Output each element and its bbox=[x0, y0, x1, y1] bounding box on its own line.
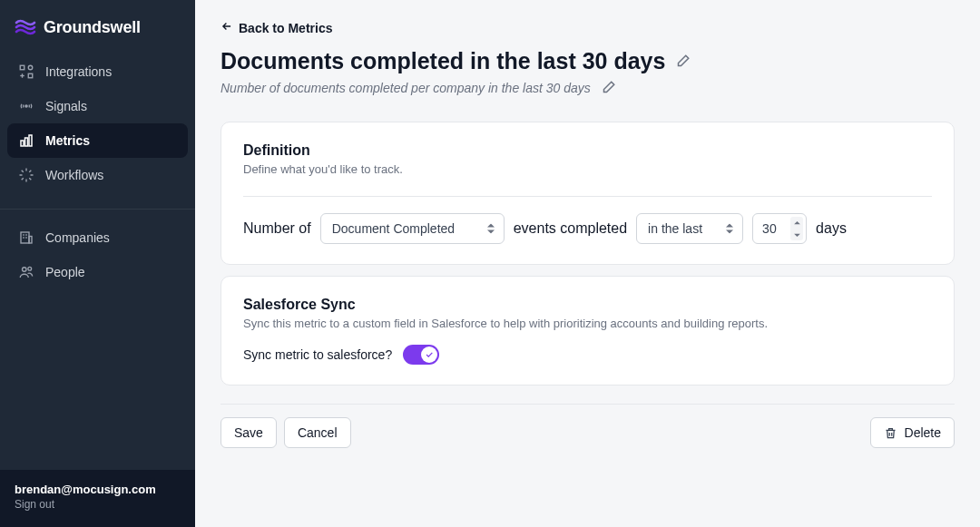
def-middle: events completed bbox=[514, 220, 627, 237]
back-to-metrics-link[interactable]: Back to Metrics bbox=[220, 20, 955, 35]
sidebar-item-label: Signals bbox=[45, 99, 87, 113]
stepper-down[interactable] bbox=[790, 229, 803, 240]
svg-rect-8 bbox=[29, 135, 32, 146]
sync-row: Sync metric to salesforce? bbox=[243, 345, 932, 365]
salesforce-title: Salesforce Sync bbox=[243, 297, 932, 313]
svg-point-16 bbox=[28, 267, 32, 270]
cancel-button[interactable]: Cancel bbox=[284, 417, 351, 448]
page-title: Documents completed in the last 30 days bbox=[220, 48, 665, 74]
trash-icon bbox=[884, 426, 897, 440]
nav-primary: Integrations Signals Metrics Workflows bbox=[0, 51, 195, 201]
svg-point-5 bbox=[25, 105, 27, 107]
definition-title: Definition bbox=[243, 142, 932, 159]
workflows-icon bbox=[18, 167, 34, 183]
integrations-icon bbox=[18, 63, 34, 80]
actions-divider bbox=[220, 404, 955, 405]
delete-button[interactable]: Delete bbox=[870, 417, 955, 448]
svg-rect-7 bbox=[25, 138, 28, 146]
salesforce-card: Salesforce Sync Sync this metric to a cu… bbox=[220, 276, 955, 385]
svg-rect-0 bbox=[20, 65, 24, 70]
sidebar-item-metrics[interactable]: Metrics bbox=[7, 123, 188, 158]
sidebar-item-people[interactable]: People bbox=[7, 255, 188, 289]
edit-title-button[interactable] bbox=[674, 54, 691, 70]
sidebar-item-workflows[interactable]: Workflows bbox=[7, 158, 188, 192]
sidebar-footer: brendan@mocusign.com Sign out bbox=[0, 470, 195, 527]
days-value: 30 bbox=[762, 221, 777, 236]
page-subtitle: Number of documents completed per compan… bbox=[220, 81, 591, 95]
brand: Groundswell bbox=[0, 0, 195, 51]
card-divider bbox=[243, 196, 932, 197]
sidebar-item-label: Metrics bbox=[45, 133, 90, 148]
select-caret-icon bbox=[487, 224, 495, 234]
check-icon bbox=[425, 350, 434, 359]
companies-icon bbox=[18, 229, 34, 246]
window-select[interactable]: in the last bbox=[636, 213, 743, 244]
sidebar-item-label: Workflows bbox=[45, 168, 103, 182]
sync-toggle-label: Sync metric to salesforce? bbox=[243, 347, 392, 362]
sidebar-item-signals[interactable]: Signals bbox=[7, 89, 188, 123]
sidebar-item-label: People bbox=[45, 265, 85, 279]
salesforce-description: Sync this metric to a custom field in Sa… bbox=[243, 317, 932, 330]
svg-rect-2 bbox=[28, 73, 33, 78]
sidebar-item-companies[interactable]: Companies bbox=[7, 220, 188, 255]
event-select[interactable]: Document Completed bbox=[320, 213, 505, 244]
window-select-value: in the last bbox=[648, 221, 702, 236]
title-row: Documents completed in the last 30 days bbox=[220, 48, 955, 74]
metrics-icon bbox=[18, 132, 34, 149]
save-button[interactable]: Save bbox=[220, 417, 277, 448]
nav-secondary: Companies People bbox=[0, 217, 195, 298]
stepper-icon bbox=[790, 217, 803, 240]
subtitle-row: Number of documents completed per compan… bbox=[220, 80, 955, 96]
brand-logo-icon bbox=[15, 16, 36, 38]
main-content: Back to Metrics Documents completed in t… bbox=[195, 0, 980, 527]
sidebar-item-label: Integrations bbox=[45, 64, 112, 79]
edit-subtitle-button[interactable] bbox=[600, 80, 616, 96]
svg-rect-10 bbox=[29, 237, 32, 244]
sync-toggle[interactable] bbox=[403, 345, 439, 365]
select-caret-icon bbox=[726, 224, 733, 234]
definition-row: Number of Document Completed events comp… bbox=[243, 213, 932, 244]
sidebar-item-label: Companies bbox=[45, 230, 110, 245]
days-input[interactable]: 30 bbox=[752, 213, 807, 244]
arrow-left-icon bbox=[220, 20, 233, 35]
def-suffix: days bbox=[816, 220, 847, 237]
actions-row: Save Cancel Delete bbox=[220, 417, 955, 448]
svg-rect-9 bbox=[21, 232, 29, 243]
back-label: Back to Metrics bbox=[239, 21, 332, 35]
people-icon bbox=[18, 264, 34, 280]
delete-label: Delete bbox=[905, 425, 941, 440]
brand-name: Groundswell bbox=[44, 18, 141, 37]
stepper-up[interactable] bbox=[790, 217, 803, 229]
toggle-knob bbox=[421, 346, 437, 363]
sidebar: Groundswell Integrations Signals Metrics… bbox=[0, 0, 195, 527]
def-prefix: Number of bbox=[243, 220, 311, 237]
nav-divider bbox=[0, 209, 195, 210]
event-select-value: Document Completed bbox=[332, 221, 455, 236]
svg-point-1 bbox=[28, 65, 33, 70]
signals-icon bbox=[18, 98, 34, 114]
definition-card: Definition Define what you'd like to tra… bbox=[220, 122, 955, 265]
sidebar-item-integrations[interactable]: Integrations bbox=[7, 54, 188, 89]
svg-point-15 bbox=[23, 268, 27, 272]
definition-description: Define what you'd like to track. bbox=[243, 162, 932, 176]
user-email: brendan@mocusign.com bbox=[15, 483, 181, 496]
sign-out-link[interactable]: Sign out bbox=[15, 498, 181, 511]
svg-rect-6 bbox=[21, 141, 24, 146]
